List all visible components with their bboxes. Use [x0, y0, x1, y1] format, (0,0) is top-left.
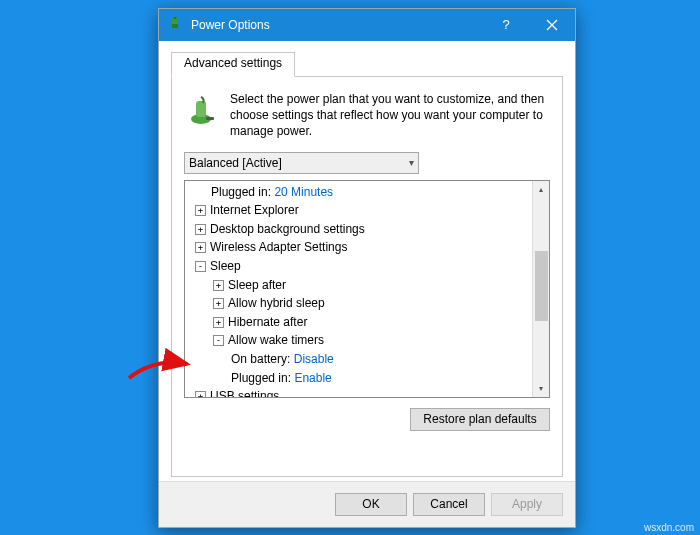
scroll-thumb[interactable] [535, 251, 548, 321]
scrollbar-vertical[interactable]: ▴ ▾ [532, 181, 549, 397]
tree-label: Allow wake timers [228, 333, 324, 347]
apply-button: Apply [491, 493, 563, 516]
collapse-icon[interactable]: - [195, 261, 206, 272]
tab-strip: Advanced settings [171, 51, 563, 77]
tab-panel: Select the power plan that you want to c… [171, 77, 563, 477]
tree-row-plugged-top[interactable]: Plugged in: 20 Minutes [191, 183, 530, 202]
tree-row-hybrid[interactable]: +Allow hybrid sleep [191, 294, 530, 313]
help-button[interactable]: ? [483, 9, 529, 41]
scroll-up-button[interactable]: ▴ [533, 181, 549, 198]
tree-label: Wireless Adapter Settings [210, 240, 347, 254]
tree-row-hibernate[interactable]: +Hibernate after [191, 313, 530, 332]
svg-rect-2 [172, 24, 178, 28]
settings-tree-container: Plugged in: 20 Minutes +Internet Explore… [184, 180, 550, 398]
tree-row-usb[interactable]: +USB settings [191, 387, 530, 396]
dialog-footer: OK Cancel Apply [159, 481, 575, 527]
titlebar[interactable]: Power Options ? [159, 9, 575, 41]
expand-icon[interactable]: + [195, 224, 206, 235]
tree-label: USB settings [210, 389, 279, 396]
expand-icon[interactable]: + [195, 242, 206, 253]
setting-label: Plugged in: [211, 185, 271, 199]
expand-icon[interactable]: + [213, 280, 224, 291]
svg-rect-6 [206, 117, 214, 120]
close-button[interactable] [529, 9, 575, 41]
ok-button[interactable]: OK [335, 493, 407, 516]
tree-label: Sleep after [228, 278, 286, 292]
tree-row-wake-timers[interactable]: -Allow wake timers [191, 331, 530, 350]
setting-value-link[interactable]: 20 Minutes [274, 185, 333, 199]
scroll-down-button[interactable]: ▾ [533, 380, 549, 397]
tree-row-plugged-in[interactable]: Plugged in: Enable [191, 369, 530, 388]
expand-icon[interactable]: + [195, 391, 206, 396]
tree-label: Desktop background settings [210, 222, 365, 236]
svg-text:?: ? [502, 18, 509, 32]
power-plan-icon [184, 91, 220, 140]
tree-row-sleep[interactable]: -Sleep [191, 257, 530, 276]
setting-label: On battery: [231, 352, 290, 366]
intro-row: Select the power plan that you want to c… [184, 91, 550, 140]
tree-label: Sleep [210, 259, 241, 273]
chevron-down-icon: ▾ [409, 157, 414, 168]
tree-label: Allow hybrid sleep [228, 296, 325, 310]
expand-icon[interactable]: + [213, 317, 224, 328]
tree-row-on-battery[interactable]: On battery: Disable [191, 350, 530, 369]
power-plan-select[interactable]: Balanced [Active] ▾ [184, 152, 419, 174]
power-icon [167, 17, 183, 33]
tree-label: Hibernate after [228, 315, 307, 329]
tab-advanced-settings[interactable]: Advanced settings [171, 52, 295, 77]
tree-row-ie[interactable]: +Internet Explorer [191, 201, 530, 220]
expand-icon[interactable]: + [195, 205, 206, 216]
tree-row-wireless[interactable]: +Wireless Adapter Settings [191, 238, 530, 257]
tree-label: Internet Explorer [210, 203, 299, 217]
collapse-icon[interactable]: - [213, 335, 224, 346]
svg-rect-5 [196, 101, 206, 117]
source-watermark: wsxdn.com [644, 522, 694, 533]
restore-defaults-button[interactable]: Restore plan defaults [410, 408, 550, 431]
cancel-button[interactable]: Cancel [413, 493, 485, 516]
tree-row-sleep-after[interactable]: +Sleep after [191, 276, 530, 295]
svg-rect-1 [174, 17, 177, 19]
setting-value-link[interactable]: Enable [294, 371, 331, 385]
settings-tree[interactable]: Plugged in: 20 Minutes +Internet Explore… [185, 181, 532, 397]
intro-text: Select the power plan that you want to c… [230, 91, 550, 140]
tree-row-desktop[interactable]: +Desktop background settings [191, 220, 530, 239]
window-title: Power Options [191, 18, 270, 32]
setting-label: Plugged in: [231, 371, 291, 385]
dialog-body: Advanced settings Select the power plan … [159, 41, 575, 527]
power-plan-selected: Balanced [Active] [189, 156, 282, 170]
expand-icon[interactable]: + [213, 298, 224, 309]
setting-value-link[interactable]: Disable [294, 352, 334, 366]
power-options-dialog: Power Options ? Advanced settings [158, 8, 576, 528]
